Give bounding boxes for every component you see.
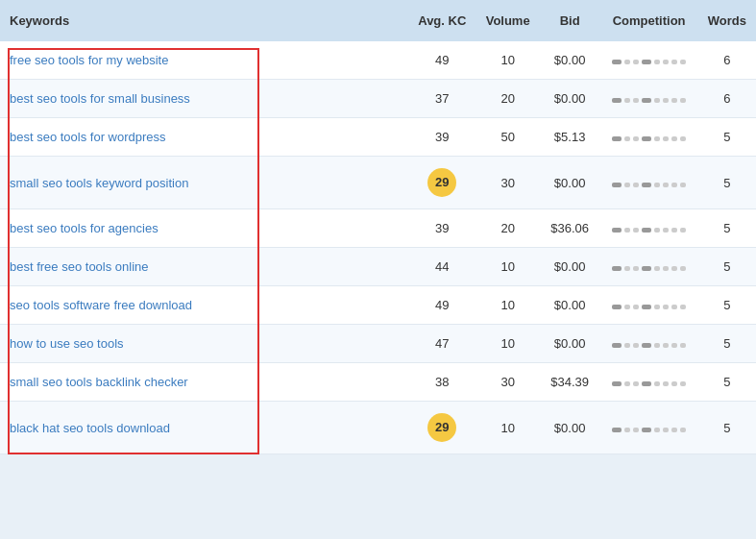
- keyword-link[interactable]: free seo tools for my website: [10, 53, 168, 67]
- bar-segment: [633, 60, 639, 64]
- bar-segment: [633, 266, 639, 271]
- keyword-cell: black hat seo tools download: [0, 402, 408, 454]
- competition-cell: [600, 157, 698, 209]
- keyword-link[interactable]: small seo tools keyword position: [10, 176, 188, 190]
- bar-segment: [663, 428, 669, 432]
- bar-segment: [612, 136, 622, 141]
- bar-segment: [612, 98, 622, 103]
- competition-cell: [600, 286, 698, 325]
- bar-segment: [642, 228, 651, 233]
- bid-cell: $0.00: [540, 325, 600, 363]
- col-header-competition: Competition: [600, 0, 698, 41]
- keyword-link[interactable]: best seo tools for wordpress: [10, 130, 166, 144]
- bar-segment: [654, 428, 660, 432]
- bar-segment: [654, 183, 660, 187]
- competition-bar: [612, 60, 687, 64]
- keyword-link[interactable]: best free seo tools online: [10, 259, 149, 274]
- keyword-cell: small seo tools backlink checker: [0, 363, 408, 402]
- bar-segment: [624, 60, 630, 64]
- volume-cell: 10: [476, 286, 540, 325]
- col-header-words: Words: [698, 0, 756, 41]
- bar-segment: [680, 183, 686, 187]
- bar-segment: [671, 136, 677, 141]
- volume-cell: 10: [476, 402, 540, 454]
- kc-cell: 37: [408, 80, 476, 118]
- bar-segment: [654, 60, 660, 64]
- words-cell: 5: [698, 402, 756, 454]
- bid-cell: $0.00: [540, 402, 600, 454]
- keyword-link[interactable]: small seo tools backlink checker: [10, 375, 188, 389]
- bar-segment: [642, 428, 651, 432]
- competition-bar: [612, 183, 687, 187]
- competition-cell: [600, 41, 698, 80]
- bar-segment: [680, 228, 686, 233]
- table-row: best seo tools for wordpress3950$5.135: [0, 118, 756, 157]
- bar-segment: [633, 428, 639, 432]
- table-row: free seo tools for my website4910$0.006: [0, 41, 756, 80]
- competition-bar: [612, 266, 687, 271]
- bar-segment: [663, 98, 669, 103]
- volume-cell: 30: [476, 157, 540, 209]
- table-row: best free seo tools online4410$0.005: [0, 248, 756, 286]
- keyword-link[interactable]: black hat seo tools download: [10, 421, 170, 435]
- words-cell: 5: [698, 325, 756, 363]
- bar-segment: [671, 228, 677, 233]
- keyword-link[interactable]: seo tools software free download: [10, 298, 192, 312]
- bar-segment: [642, 343, 651, 348]
- bar-segment: [680, 98, 686, 103]
- volume-cell: 10: [476, 325, 540, 363]
- bar-segment: [671, 266, 677, 271]
- competition-cell: [600, 248, 698, 286]
- bar-segment: [680, 428, 686, 432]
- bar-segment: [624, 428, 630, 432]
- volume-cell: 20: [476, 80, 540, 118]
- volume-cell: 20: [476, 209, 540, 248]
- keyword-link[interactable]: how to use seo tools: [10, 336, 124, 351]
- bar-segment: [663, 60, 669, 64]
- kc-cell: 47: [408, 325, 476, 363]
- bar-segment: [624, 305, 630, 309]
- bar-segment: [624, 98, 630, 103]
- bar-segment: [642, 183, 651, 187]
- kc-cell: 38: [408, 363, 476, 402]
- words-cell: 5: [698, 248, 756, 286]
- bar-segment: [612, 428, 622, 432]
- bar-segment: [680, 136, 686, 141]
- bar-segment: [633, 228, 639, 233]
- bid-cell: $34.39: [540, 363, 600, 402]
- kc-badge: 29: [427, 413, 456, 442]
- table-row: small seo tools backlink checker3830$34.…: [0, 363, 756, 402]
- kc-cell: 39: [408, 118, 476, 157]
- bid-cell: $36.06: [540, 209, 600, 248]
- keyword-link[interactable]: best seo tools for agencies: [10, 221, 159, 235]
- col-header-bid: Bid: [540, 0, 600, 41]
- bid-cell: $0.00: [540, 41, 600, 80]
- keyword-cell: best seo tools for small business: [0, 80, 408, 118]
- table-row: black hat seo tools download2910$0.005: [0, 402, 756, 454]
- bar-segment: [671, 98, 677, 103]
- bar-segment: [633, 343, 639, 348]
- bar-segment: [642, 381, 651, 386]
- bar-segment: [642, 136, 651, 141]
- bar-segment: [612, 305, 622, 309]
- kc-cell: 49: [408, 41, 476, 80]
- words-cell: 6: [698, 80, 756, 118]
- bid-cell: $0.00: [540, 80, 600, 118]
- keyword-cell: small seo tools keyword position: [0, 157, 408, 209]
- keyword-link[interactable]: best seo tools for small business: [10, 91, 190, 106]
- col-header-avg-kc: Avg. KC: [408, 0, 476, 41]
- table-row: best seo tools for agencies3920$36.065: [0, 209, 756, 248]
- table-header-row: Keywords Avg. KC Volume Bid Competition …: [0, 0, 756, 41]
- bar-segment: [663, 136, 669, 141]
- competition-bar: [612, 305, 687, 309]
- bar-segment: [654, 381, 660, 386]
- competition-bar: [612, 228, 687, 233]
- bar-segment: [671, 343, 677, 348]
- bid-cell: $0.00: [540, 286, 600, 325]
- bar-segment: [633, 98, 639, 103]
- bid-cell: $0.00: [540, 248, 600, 286]
- bar-segment: [671, 60, 677, 64]
- col-header-keywords: Keywords: [0, 0, 408, 41]
- bar-segment: [642, 266, 651, 271]
- volume-cell: 10: [476, 248, 540, 286]
